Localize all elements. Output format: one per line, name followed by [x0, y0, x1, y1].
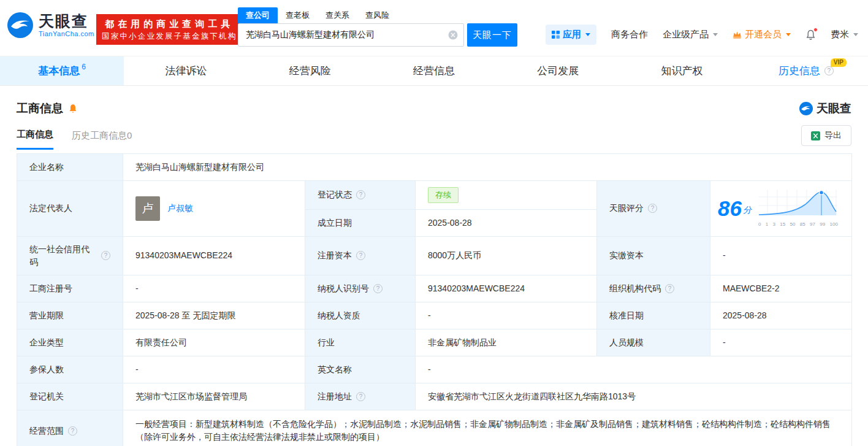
score-axis-ticks: 0131550859799100 [758, 221, 839, 228]
reg-number-value: - [123, 275, 305, 302]
legal-rep-label: 法定代表人 [17, 181, 123, 237]
org-code-label: 组织机构代码? [597, 275, 710, 302]
top-header: 天眼查 TianYanCha.com 都在用的商业查询工具 国家中小企业发展子基… [0, 0, 868, 56]
help-icon[interactable]: ? [373, 284, 383, 293]
help-icon[interactable]: ? [824, 66, 834, 75]
business-scope-label: 经营范围? [17, 410, 123, 446]
search-submit-button[interactable]: 天眼一下 [467, 23, 517, 47]
reg-capital-label: 注册资本? [305, 236, 416, 275]
approval-date-label: 核准日期 [597, 302, 710, 329]
business-cooperation-link[interactable]: 商务合作 [611, 29, 648, 40]
reg-authority-label: 登记机关 [17, 383, 123, 410]
top-navigation: 应用 商务合作 企业级产品 开通会员 费米 [546, 25, 858, 45]
search-tab-company[interactable]: 查公司 [238, 7, 278, 23]
open-vip-menu[interactable]: 开通会员 [733, 29, 791, 40]
search-tabs: 查公司 查老板 查关系 查风险 [238, 8, 517, 23]
table-row: 法定代表人 卢 卢叔敏 登记状态? 存续 天眼评分? 86 分 [17, 181, 852, 210]
search-tab-risk[interactable]: 查风险 [357, 7, 397, 23]
chevron-down-icon [853, 33, 858, 36]
clear-input-icon[interactable] [448, 30, 458, 40]
business-info-table: 企业名称 芜湖白马山海螺新型建材有限公司 法定代表人 卢 卢叔敏 登记状态? 存… [17, 153, 852, 446]
search-box [238, 23, 464, 47]
help-icon[interactable]: ? [356, 392, 365, 401]
reg-address-value: 安徽省芜湖市弋江区火龙街道四联社区九华南路1013号 [416, 383, 852, 410]
search-area: 查公司 查老板 查关系 查风险 天眼一下 [238, 8, 517, 47]
search-tab-boss[interactable]: 查老板 [278, 7, 318, 23]
tab-basic-info-count: 6 [82, 63, 86, 71]
taxpayer-id-label: 纳税人识别号? [305, 275, 416, 302]
score-distribution-chart: 0131550859799100 [758, 188, 839, 228]
company-type-label: 企业类型 [17, 329, 123, 356]
paid-capital-value: - [710, 236, 852, 275]
score-value: 86 [718, 198, 742, 219]
chevron-down-icon [585, 33, 590, 36]
export-button[interactable]: 导出 [801, 125, 851, 146]
subscribe-bell-icon[interactable] [68, 104, 78, 114]
tab-operation-risk[interactable]: 经营风险 [248, 56, 372, 85]
company-section-tabs: 基本信息 6 法律诉讼 经营风险 经营信息 公司发展 知识产权 历史信息 ? V… [0, 56, 868, 86]
industry-value: 非金属矿物制品业 [416, 329, 597, 356]
score-cell: 86 分 [710, 181, 852, 237]
company-type-value: 有限责任公司 [123, 329, 305, 356]
company-name-value: 芜湖白马山海螺新型建材有限公司 [123, 154, 852, 181]
legal-rep-avatar[interactable]: 卢 [135, 196, 160, 221]
apps-grid-icon [552, 31, 560, 39]
crown-icon [733, 31, 742, 39]
industry-label: 行业 [305, 329, 416, 356]
table-row: 营业期限 2025-08-28 至 无固定期限 纳税人资质 - 核准日期 202… [17, 302, 852, 329]
subtab-history-business-info[interactable]: 历史工商信息0 [72, 121, 132, 150]
help-icon[interactable]: ? [68, 426, 77, 436]
english-name-label: 英文名称 [305, 356, 416, 383]
help-icon[interactable]: ? [665, 284, 674, 293]
search-tab-relation[interactable]: 查关系 [318, 7, 357, 23]
tab-company-development-label: 公司发展 [537, 64, 579, 78]
tab-history-info[interactable]: 历史信息 ? VIP [744, 56, 868, 85]
tab-intellectual-property[interactable]: 知识产权 [620, 56, 744, 85]
enterprise-products-label: 企业级产品 [663, 29, 709, 40]
reg-number-label: 工商注册号 [17, 275, 123, 302]
apps-label: 应用 [563, 29, 581, 40]
tab-operation-info[interactable]: 经营信息 [372, 56, 496, 85]
logo-text: 天眼查 TianYanCha.com [39, 13, 94, 37]
excel-icon [811, 131, 820, 140]
logo-brand-name: 天眼查 [39, 13, 94, 30]
org-code-value: MAEWCBE2-2 [710, 275, 852, 302]
business-scope-value: 一般经营项目：新型建筑材料制造（不含危险化学品）；水泥制品制造；水泥制品销售；非… [123, 410, 852, 446]
help-icon[interactable]: ? [101, 251, 110, 260]
help-icon[interactable]: ? [356, 251, 365, 260]
score-label: 天眼评分? [597, 181, 710, 237]
notification-dot [813, 28, 818, 32]
subtab-bar: 工商信息 历史工商信息0 导出 [0, 121, 868, 150]
help-icon[interactable]: ? [356, 190, 365, 199]
chevron-down-icon [713, 33, 718, 36]
paid-capital-label: 实缴资本 [597, 236, 710, 275]
slogan-banner: 都在用的商业查询工具 国家中小企业发展子基金旗下机构 [96, 14, 243, 45]
subtab-business-info[interactable]: 工商信息 [17, 121, 53, 150]
search-input[interactable] [238, 23, 464, 47]
establish-date-label: 成立日期 [305, 209, 416, 236]
staff-size-value: - [710, 329, 852, 356]
tianyancha-watermark-icon [799, 102, 813, 115]
tab-legal-proceedings[interactable]: 法律诉讼 [124, 56, 248, 85]
reg-authority-value: 芜湖市弋江区市场监督管理局 [123, 383, 305, 410]
user-menu[interactable]: 费米 [831, 29, 858, 40]
apps-menu[interactable]: 应用 [546, 25, 596, 45]
tab-basic-info[interactable]: 基本信息 6 [0, 56, 124, 85]
section-title-row: 工商信息 [17, 101, 78, 117]
notification-bell-icon[interactable] [805, 29, 816, 40]
tianyancha-watermark-text: 天眼查 [817, 101, 851, 117]
tianyancha-watermark: 天眼查 [799, 101, 851, 117]
english-name-value: - [416, 356, 852, 383]
business-term-label: 营业期限 [17, 302, 123, 329]
help-icon[interactable]: ? [648, 204, 657, 213]
tab-company-development[interactable]: 公司发展 [496, 56, 620, 85]
tianyancha-logo[interactable]: 天眼查 TianYanCha.com [7, 12, 94, 38]
tianyancha-logo-icon [7, 12, 33, 38]
table-row: 企业类型 有限责任公司 行业 非金属矿物制品业 人员规模 - [17, 329, 852, 356]
legal-rep-link[interactable]: 卢叔敏 [167, 202, 193, 215]
logo-domain: TianYanCha.com [39, 30, 94, 37]
vip-badge: VIP [831, 58, 847, 67]
tab-history-info-label: 历史信息 [779, 64, 820, 78]
slogan-line2: 国家中小企业发展子基金旗下机构 [102, 31, 237, 42]
enterprise-products-menu[interactable]: 企业级产品 [663, 29, 718, 40]
